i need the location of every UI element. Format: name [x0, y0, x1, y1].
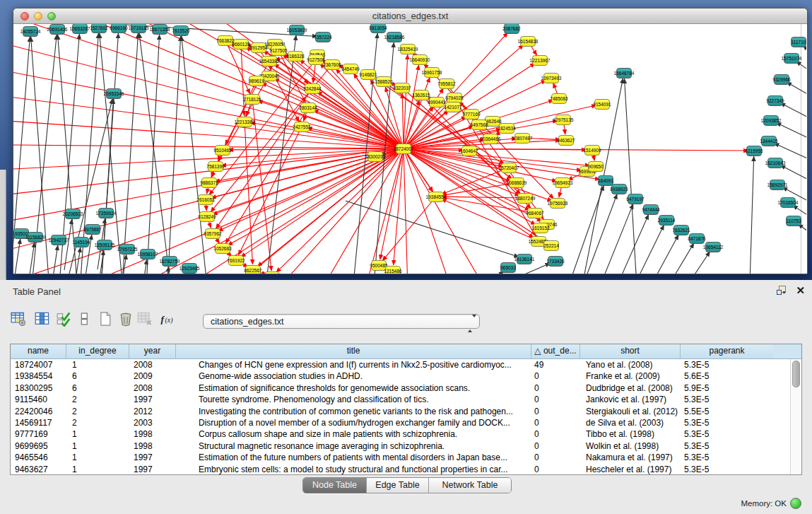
graph-node[interactable]: 2718126 — [245, 94, 260, 105]
graph-node[interactable]: 10688639 — [509, 177, 524, 188]
graph-node[interactable]: 989619 — [249, 76, 264, 86]
graph-node[interactable]: 1514909 — [584, 145, 600, 156]
graph-node[interactable]: 9127508 — [308, 54, 324, 65]
graph-node[interactable]: 1824534 — [499, 123, 514, 134]
column-header-short[interactable]: short — [580, 344, 681, 358]
graph-node[interactable]: 1588520 — [376, 76, 392, 87]
graph-node[interactable]: 7581399 — [208, 161, 223, 172]
graph-node[interactable]: 15751074 — [784, 53, 799, 64]
memory-status-icon[interactable] — [790, 498, 801, 509]
tab-node-table[interactable]: Node Table — [303, 478, 367, 493]
graph-node[interactable]: 1344415 — [761, 136, 777, 146]
graph-node[interactable]: 10653287 — [72, 24, 88, 34]
table-row[interactable]: 2242004622012Investigating the contribut… — [11, 406, 801, 417]
graph-node[interactable]: 20953346 — [106, 88, 122, 99]
graph-node[interactable]: 9777169 — [464, 109, 479, 119]
graph-node[interactable]: 19654923 — [555, 177, 570, 188]
graph-node[interactable]: 15720407 — [501, 163, 517, 173]
graph-node[interactable]: 18807249 — [517, 193, 533, 204]
graph-node[interactable]: 9242844 — [305, 83, 320, 94]
graph-node[interactable]: 2935114 — [659, 215, 674, 226]
cell-pair-icon[interactable] — [74, 310, 94, 329]
graph-node[interactable]: 2803144 — [300, 103, 316, 113]
graph-node[interactable]: 252214 — [543, 240, 559, 251]
graph-node[interactable]: 10719185 — [131, 24, 146, 33]
graph-node[interactable]: 17359924 — [98, 208, 114, 218]
graph-node[interactable]: 9474444 — [643, 204, 659, 215]
graph-node[interactable]: 10958107 — [140, 249, 155, 259]
graph-node[interactable]: 16154838 — [520, 36, 536, 47]
graph-node[interactable]: 16961758 — [424, 67, 440, 78]
graph-node[interactable]: 8128249 — [199, 211, 215, 222]
graph-node[interactable]: 1215486 — [385, 266, 401, 274]
graph-node[interactable]: 18300295 — [367, 151, 383, 162]
select-column-icon[interactable] — [33, 310, 52, 329]
table-row[interactable]: 946554611997Estimation of the future num… — [11, 452, 801, 463]
graph-node[interactable]: 9146821 — [360, 69, 376, 80]
graph-node[interactable]: 8990441 — [429, 97, 445, 107]
table-row[interactable]: 969969511998Structural magnetic resonanc… — [11, 440, 801, 452]
column-header-title[interactable]: title — [176, 344, 531, 358]
table-row[interactable]: 911546021997Tourette syndrome. Phenomeno… — [11, 394, 801, 405]
table-row[interactable]: 977716911998Corpus callosum shape and si… — [11, 428, 801, 440]
graph-node[interactable]: 7691922 — [228, 255, 244, 266]
graph-node[interactable]: 2367608 — [324, 59, 340, 70]
graph-node[interactable]: 19218586 — [387, 32, 402, 42]
graph-node[interactable]: 19384554 — [428, 192, 444, 202]
graph-node[interactable]: 7955812 — [439, 78, 454, 89]
graph-node[interactable]: 16648784 — [616, 68, 632, 78]
graph-node[interactable]: 8322037 — [394, 83, 410, 93]
graph-node[interactable]: 12213383 — [237, 117, 252, 127]
graph-node[interactable]: 1421077 — [445, 102, 461, 112]
graph-node[interactable]: 8938923 — [611, 184, 627, 194]
graph-node[interactable]: 1052683 — [215, 243, 230, 254]
graph-node[interactable]: 12923465 — [182, 263, 197, 274]
window-titlebar[interactable]: citations_edges.txt — [13, 8, 807, 24]
table-row[interactable]: 1938455462009Genome-wide association stu… — [11, 370, 801, 382]
table-row[interactable]: 1872400712008Changes of HCN gene express… — [11, 359, 801, 370]
tab-edge-table[interactable]: Edge Table — [367, 478, 429, 493]
column-header-out_de[interactable]: △ out_de... — [531, 344, 580, 358]
graph-node[interactable]: 12093852 — [763, 115, 779, 126]
graph-node[interactable]: 1362615 — [413, 90, 429, 100]
graph-node[interactable]: 9357962 — [205, 228, 220, 239]
graph-node[interactable]: 16671358 — [152, 24, 167, 35]
graph-node[interactable]: 909650 — [588, 161, 604, 172]
graph-node[interactable]: 9329966 — [774, 74, 789, 85]
graph-node[interactable]: 9510465 — [215, 145, 230, 156]
graph-node[interactable]: 12213967 — [532, 55, 548, 66]
graph-node[interactable]: 9227349 — [767, 95, 783, 106]
graph-node[interactable]: 965033 — [500, 262, 516, 273]
column-header-in_degree[interactable]: in_degree — [66, 344, 129, 358]
column-header-name[interactable]: name — [11, 344, 66, 358]
graph-node[interactable]: 19756928 — [550, 198, 565, 209]
graph-node[interactable]: 2087682 — [504, 24, 519, 34]
graph-node[interactable]: 14055724 — [23, 26, 38, 37]
graph-node[interactable]: 14136141 — [517, 254, 532, 264]
graph-node[interactable]: 8471876 — [689, 233, 705, 244]
table-scrollbar-thumb[interactable] — [792, 361, 800, 387]
column-header-pagerank[interactable]: pagerank — [681, 344, 773, 358]
graph-node[interactable]: 8622567 — [245, 265, 261, 274]
table-row[interactable]: 1830029562008Estimation of significance … — [11, 382, 801, 394]
table-row[interactable]: 1456911722003Disruption of a novel membe… — [11, 417, 801, 428]
graph-node[interactable]: 17957225 — [119, 244, 135, 255]
graph-node[interactable]: 20364486 — [483, 134, 498, 144]
select-all-rows-icon[interactable] — [54, 310, 74, 329]
graph-node[interactable]: 6966160 — [111, 24, 126, 33]
table-row[interactable]: 946362711997Embryonic stem cells: a mode… — [11, 464, 801, 475]
close-panel-icon[interactable]: ✕ — [796, 286, 805, 295]
graph-node[interactable]: 1145194 — [73, 237, 89, 247]
graph-node[interactable]: 10973493 — [543, 73, 559, 83]
graph-node[interactable]: 7485083 — [551, 93, 567, 104]
tab-network-table[interactable]: Network Table — [429, 478, 511, 493]
graph-node[interactable]: 9463627 — [558, 135, 574, 146]
graph-node[interactable]: 18724007 — [396, 144, 411, 154]
graph-node[interactable]: 16782759 — [162, 256, 177, 267]
graph-node[interactable]: 110753 — [786, 216, 801, 226]
graph-node[interactable]: 16640910 — [412, 54, 428, 65]
graph-node[interactable]: 1527602 — [91, 24, 107, 33]
table-settings-icon[interactable] — [8, 310, 28, 329]
delete-rows-trash-icon[interactable] — [116, 310, 136, 329]
graph-node[interactable]: 12505135 — [97, 240, 112, 250]
